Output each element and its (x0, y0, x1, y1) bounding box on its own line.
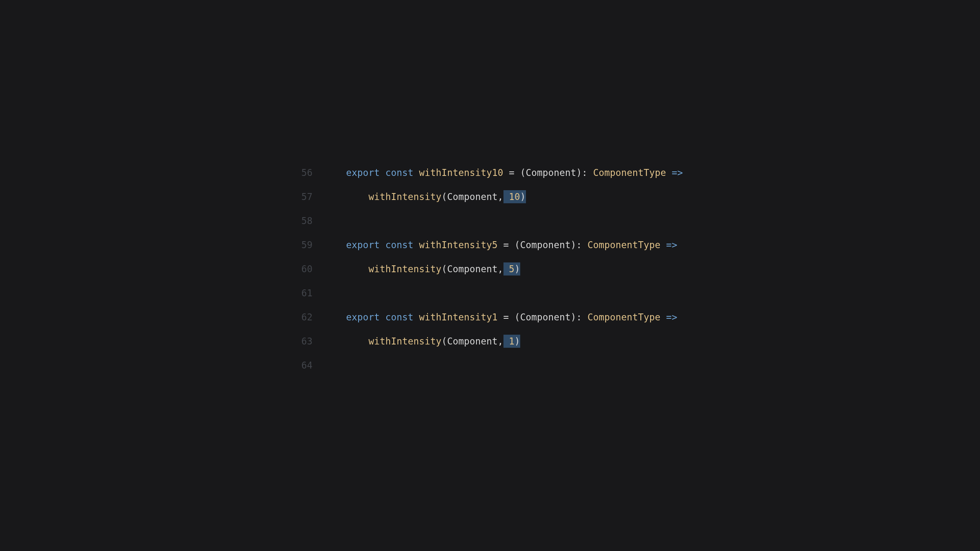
line-number: 61 (297, 288, 346, 298)
code-content[interactable]: export const withIntensity10 = (Componen… (346, 167, 683, 178)
token: withIntensity5 (419, 240, 497, 250)
token: Component (447, 191, 498, 202)
token: ) (514, 262, 520, 276)
token (660, 312, 666, 322)
token: ( (509, 312, 520, 322)
token (666, 167, 672, 178)
code-line[interactable]: 60 withIntensity(Component, 5) (297, 264, 683, 288)
line-number: 58 (297, 216, 346, 226)
token (380, 312, 385, 322)
token: 5 (509, 262, 514, 276)
token: ( (441, 336, 447, 347)
token: ): (570, 312, 587, 322)
token (414, 167, 419, 178)
line-number: 64 (297, 360, 346, 371)
token: Component (520, 312, 571, 322)
code-line[interactable]: 63 withIntensity(Component, 1) (297, 336, 683, 360)
code-content[interactable]: withIntensity(Component, 1) (346, 336, 520, 347)
code-content[interactable]: withIntensity(Component, 5) (346, 264, 520, 274)
token: = (509, 167, 514, 178)
token: , (498, 336, 503, 347)
token: withIntensity10 (419, 167, 503, 178)
token: ( (441, 264, 447, 274)
token: => (672, 167, 683, 178)
token (414, 312, 419, 322)
line-number: 62 (297, 312, 346, 322)
token (503, 262, 509, 276)
token: => (666, 240, 677, 250)
token: ( (441, 191, 447, 202)
code-line[interactable]: 58 (297, 216, 683, 240)
code-line[interactable]: 64 (297, 360, 683, 384)
token (503, 167, 509, 178)
token: ComponentType (593, 167, 666, 178)
token: export (346, 240, 380, 250)
token (498, 312, 503, 322)
token: ( (514, 167, 526, 178)
code-line[interactable]: 59export const withIntensity5 = (Compone… (297, 240, 683, 264)
token (380, 167, 385, 178)
token: ComponentType (588, 312, 661, 322)
token: ): (570, 240, 587, 250)
token: => (666, 312, 677, 322)
token: Component (520, 240, 571, 250)
token: withIntensity1 (419, 312, 497, 322)
code-line[interactable]: 57 withIntensity(Component, 10) (297, 191, 683, 216)
token: Component (447, 336, 498, 347)
line-number: 57 (297, 191, 346, 202)
token: 1 (509, 335, 514, 348)
token: , (498, 264, 503, 274)
token: const (385, 240, 414, 250)
token: export (346, 312, 380, 322)
token: Component (526, 167, 577, 178)
token: = (503, 312, 509, 322)
token: ComponentType (588, 240, 661, 250)
token: withIntensity (369, 264, 442, 274)
token (503, 335, 509, 348)
code-line[interactable]: 61 (297, 288, 683, 312)
line-number: 59 (297, 240, 346, 250)
token: ) (520, 190, 526, 203)
token: withIntensity (369, 191, 442, 202)
token: ) (514, 335, 520, 348)
token: withIntensity (369, 336, 442, 347)
line-number: 60 (297, 264, 346, 274)
line-number: 56 (297, 167, 346, 178)
token: ( (509, 240, 520, 250)
token: 10 (509, 190, 520, 203)
token (660, 240, 666, 250)
token: const (385, 167, 414, 178)
token (414, 240, 419, 250)
code-content[interactable]: withIntensity(Component, 10) (346, 191, 526, 202)
token: const (385, 312, 414, 322)
token: export (346, 167, 380, 178)
token: , (498, 191, 503, 202)
code-content[interactable]: export const withIntensity5 = (Component… (346, 240, 677, 250)
line-number: 63 (297, 336, 346, 347)
token (380, 240, 385, 250)
token: = (503, 240, 509, 250)
token: ): (576, 167, 593, 178)
token (498, 240, 503, 250)
code-content[interactable]: export const withIntensity1 = (Component… (346, 312, 677, 322)
code-line[interactable]: 62export const withIntensity1 = (Compone… (297, 312, 683, 336)
token: Component (447, 264, 498, 274)
code-line[interactable]: 56export const withIntensity10 = (Compon… (297, 167, 683, 191)
code-editor[interactable]: 56export const withIntensity10 = (Compon… (297, 167, 683, 384)
token (503, 190, 509, 203)
